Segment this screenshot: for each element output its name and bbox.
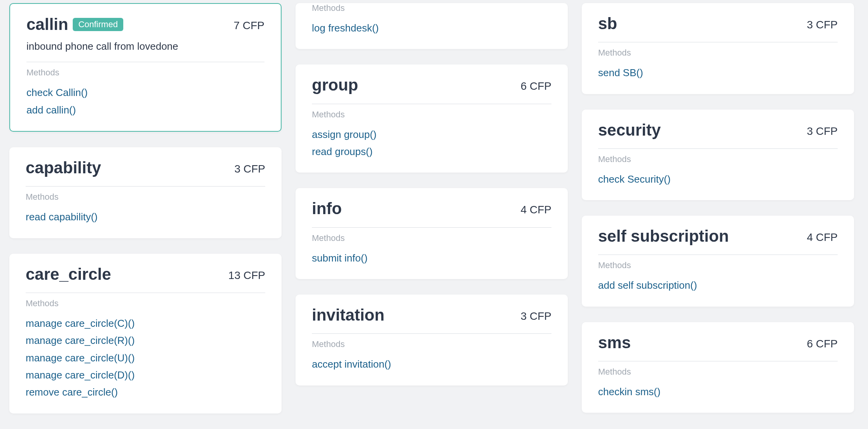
card-title-row: callinConfirmed bbox=[26, 16, 123, 33]
column-col1: callinConfirmed7 CFPinbound phone call f… bbox=[9, 3, 282, 413]
method-link[interactable]: send SB() bbox=[598, 66, 838, 80]
method-link[interactable]: check Callin() bbox=[26, 85, 264, 99]
cfp-count: 3 CFP bbox=[521, 306, 551, 323]
cfp-count: 3 CFP bbox=[807, 15, 838, 31]
divider bbox=[598, 148, 838, 149]
method-link[interactable]: remove care_circle() bbox=[26, 385, 265, 399]
cfp-count: 4 CFP bbox=[807, 227, 838, 244]
card-title: self subscription bbox=[598, 227, 729, 245]
methods-label: Methods bbox=[26, 68, 264, 78]
methods-label: Methods bbox=[26, 298, 265, 309]
card-title-row: invitation bbox=[312, 306, 385, 324]
card-title: callin bbox=[26, 16, 68, 33]
divider bbox=[598, 42, 838, 42]
method-link[interactable]: manage care_circle(U)() bbox=[26, 351, 265, 365]
methods-list: manage care_circle(C)()manage care_circl… bbox=[26, 316, 265, 399]
card-self_subscription[interactable]: self subscription4 CFPMethodsadd self su… bbox=[582, 216, 854, 307]
methods-label: Methods bbox=[312, 3, 551, 13]
card-header: self subscription4 CFP bbox=[598, 227, 838, 245]
card-capability[interactable]: capability3 CFPMethodsread capability() bbox=[9, 147, 282, 238]
method-link[interactable]: read capability() bbox=[26, 210, 265, 224]
card-header: info4 CFP bbox=[312, 200, 551, 218]
card-grid: callinConfirmed7 CFPinbound phone call f… bbox=[0, 0, 868, 413]
cfp-count: 6 CFP bbox=[807, 334, 838, 350]
method-link[interactable]: submit info() bbox=[312, 251, 551, 265]
card-title-row: sms bbox=[598, 334, 631, 352]
card-title-row: group bbox=[312, 76, 358, 94]
cfp-count: 4 CFP bbox=[521, 200, 551, 216]
methods-label: Methods bbox=[598, 367, 838, 377]
method-link[interactable]: assign group() bbox=[312, 127, 551, 141]
method-link[interactable]: check Security() bbox=[598, 172, 838, 186]
divider bbox=[312, 227, 551, 228]
methods-list: accept invitation() bbox=[312, 357, 551, 371]
cfp-count: 6 CFP bbox=[521, 76, 551, 92]
divider bbox=[26, 293, 265, 293]
card-title: capability bbox=[26, 159, 101, 177]
card-header: sb3 CFP bbox=[598, 15, 838, 33]
method-link[interactable]: manage care_circle(C)() bbox=[26, 316, 265, 330]
method-link[interactable]: add callin() bbox=[26, 103, 264, 117]
methods-list: checkin sms() bbox=[598, 385, 838, 399]
card-title: info bbox=[312, 200, 342, 218]
methods-label: Methods bbox=[598, 260, 838, 270]
divider bbox=[26, 62, 264, 62]
card-title-row: info bbox=[312, 200, 342, 218]
card-title: group bbox=[312, 76, 358, 94]
methods-list: submit info() bbox=[312, 251, 551, 265]
card-header: callinConfirmed7 CFP bbox=[26, 16, 264, 33]
card-title-row: capability bbox=[26, 159, 101, 177]
card-title-row: security bbox=[598, 121, 661, 139]
card-care_circle[interactable]: care_circle13 CFPMethodsmanage care_circ… bbox=[9, 254, 282, 413]
cfp-count: 3 CFP bbox=[234, 159, 265, 175]
card-header: sms6 CFP bbox=[598, 334, 838, 352]
cfp-count: 7 CFP bbox=[234, 16, 264, 32]
card-title: security bbox=[598, 121, 661, 139]
card-title-row: sb bbox=[598, 15, 617, 33]
method-link[interactable]: log freshdesk() bbox=[312, 21, 551, 35]
card-sb[interactable]: sb3 CFPMethodssend SB() bbox=[582, 3, 854, 94]
card-title: sms bbox=[598, 334, 631, 352]
method-link[interactable]: manage care_circle(R)() bbox=[26, 333, 265, 347]
card-header: security3 CFP bbox=[598, 121, 838, 139]
methods-list: add self subscription() bbox=[598, 278, 838, 292]
methods-label: Methods bbox=[598, 48, 838, 58]
methods-list: log freshdesk() bbox=[312, 21, 551, 35]
methods-label: Methods bbox=[312, 339, 551, 349]
method-link[interactable]: read groups() bbox=[312, 145, 551, 159]
divider bbox=[26, 186, 265, 187]
methods-label: Methods bbox=[312, 233, 551, 243]
card-freshdesk[interactable]: Methodslog freshdesk() bbox=[296, 3, 568, 49]
card-header: group6 CFP bbox=[312, 76, 551, 94]
methods-list: check Callin()add callin() bbox=[26, 85, 264, 117]
divider bbox=[598, 361, 838, 361]
column-col3: sb3 CFPMethodssend SB()security3 CFPMeth… bbox=[582, 3, 854, 413]
methods-list: assign group()read groups() bbox=[312, 127, 551, 159]
card-info[interactable]: info4 CFPMethodssubmit info() bbox=[296, 188, 568, 279]
method-link[interactable]: manage care_circle(D)() bbox=[26, 368, 265, 382]
methods-list: check Security() bbox=[598, 172, 838, 186]
methods-label: Methods bbox=[26, 192, 265, 202]
card-header: care_circle13 CFP bbox=[26, 265, 265, 283]
status-badge: Confirmed bbox=[73, 18, 123, 31]
cfp-count: 13 CFP bbox=[228, 265, 265, 282]
card-callin[interactable]: callinConfirmed7 CFPinbound phone call f… bbox=[9, 3, 282, 132]
card-title-row: self subscription bbox=[598, 227, 729, 245]
method-link[interactable]: add self subscription() bbox=[598, 278, 838, 292]
divider bbox=[598, 255, 838, 255]
card-title: care_circle bbox=[26, 265, 111, 283]
method-link[interactable]: checkin sms() bbox=[598, 385, 838, 399]
card-title: sb bbox=[598, 15, 617, 33]
methods-list: read capability() bbox=[26, 210, 265, 224]
card-header: capability3 CFP bbox=[26, 159, 265, 177]
card-sms[interactable]: sms6 CFPMethodscheckin sms() bbox=[582, 322, 854, 413]
methods-label: Methods bbox=[598, 154, 838, 164]
card-group[interactable]: group6 CFPMethodsassign group()read grou… bbox=[296, 65, 568, 173]
card-description: inbound phone call from lovedone bbox=[26, 40, 264, 52]
column-col2: Methodslog freshdesk()group6 CFPMethodsa… bbox=[296, 3, 568, 413]
divider bbox=[312, 333, 551, 334]
card-header: invitation3 CFP bbox=[312, 306, 551, 324]
card-security[interactable]: security3 CFPMethodscheck Security() bbox=[582, 110, 854, 201]
card-invitation[interactable]: invitation3 CFPMethodsaccept invitation(… bbox=[296, 295, 568, 385]
method-link[interactable]: accept invitation() bbox=[312, 357, 551, 371]
